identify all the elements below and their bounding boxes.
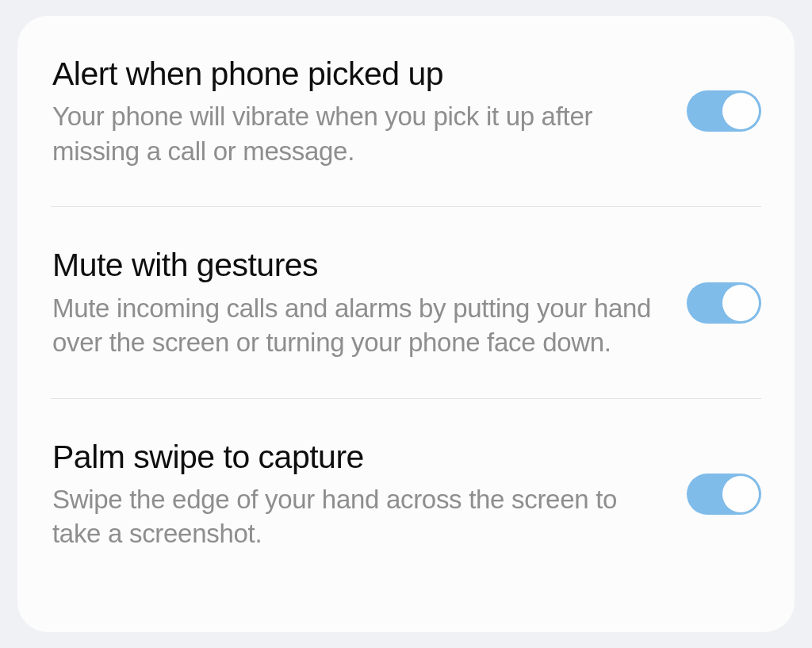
setting-description: Your phone will vibrate when you pick it… xyxy=(52,99,655,168)
setting-row-alert-pickup[interactable]: Alert when phone picked up Your phone wi… xyxy=(17,16,795,206)
setting-text: Alert when phone picked up Your phone wi… xyxy=(52,54,687,168)
setting-title: Alert when phone picked up xyxy=(52,54,655,94)
setting-text: Mute with gestures Mute incoming calls a… xyxy=(52,245,687,359)
settings-card: Alert when phone picked up Your phone wi… xyxy=(17,16,795,632)
toggle-thumb xyxy=(722,475,760,513)
setting-text: Palm swipe to capture Swipe the edge of … xyxy=(52,437,687,551)
setting-title: Palm swipe to capture xyxy=(52,437,655,477)
setting-title: Mute with gestures xyxy=(52,245,655,286)
setting-row-palm-swipe[interactable]: Palm swipe to capture Swipe the edge of … xyxy=(17,399,795,589)
toggle-thumb xyxy=(722,284,760,322)
toggle-mute-gestures[interactable] xyxy=(687,282,761,324)
toggle-alert-pickup[interactable] xyxy=(687,90,761,132)
setting-description: Swipe the edge of your hand across the s… xyxy=(52,482,655,551)
toggle-palm-swipe[interactable] xyxy=(687,474,761,515)
setting-description: Mute incoming calls and alarms by puttin… xyxy=(52,291,655,360)
setting-row-mute-gestures[interactable]: Mute with gestures Mute incoming calls a… xyxy=(17,207,795,397)
toggle-thumb xyxy=(722,92,760,130)
